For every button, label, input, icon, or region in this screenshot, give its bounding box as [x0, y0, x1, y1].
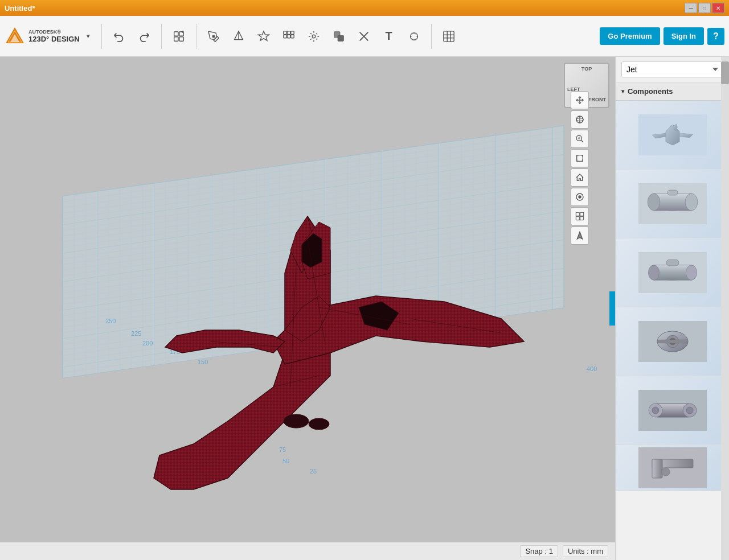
svg-rect-5	[174, 36, 178, 40]
pan-button[interactable]	[571, 91, 589, 109]
sketch-button[interactable]	[202, 25, 225, 48]
fit-button[interactable]	[571, 149, 589, 167]
svg-rect-24	[443, 31, 453, 41]
svg-rect-65	[654, 265, 691, 280]
svg-rect-41	[576, 212, 579, 216]
svg-rect-20	[338, 35, 343, 41]
svg-rect-62	[667, 190, 678, 195]
component-icon-engine-4	[638, 388, 707, 433]
header-right-buttons: Go Premium Sign In ?	[600, 27, 724, 45]
measure-button[interactable]	[403, 25, 425, 48]
view-controls	[571, 91, 589, 245]
undo-button[interactable]	[108, 25, 130, 48]
grid-label-150: 150	[198, 359, 208, 365]
separator-1	[101, 24, 102, 49]
svg-rect-3	[174, 31, 178, 35]
separator-4	[431, 24, 432, 49]
logo-dropdown-arrow[interactable]: ▼	[85, 33, 91, 39]
sign-in-button[interactable]: Sign In	[664, 27, 704, 45]
transform-button[interactable]	[302, 25, 325, 48]
text-icon: T	[386, 30, 392, 43]
component-thumb-engine-5	[616, 445, 729, 491]
panel-header: Jet	[616, 57, 729, 83]
window-title: Untitled*	[5, 4, 685, 13]
svg-rect-68	[666, 260, 679, 266]
close-button[interactable]: ✕	[712, 3, 724, 13]
svg-rect-6	[179, 36, 183, 40]
separator-2	[161, 24, 162, 49]
component-icon-jet	[638, 112, 707, 158]
zoom-button[interactable]	[571, 130, 589, 148]
units-value[interactable]: Units : mm	[563, 545, 608, 557]
snap-grid-button[interactable]	[437, 25, 460, 48]
separator-3	[196, 24, 196, 49]
component-item-engine-2[interactable]	[616, 238, 729, 307]
svg-point-9	[212, 35, 215, 38]
jet-exhaust-1	[284, 414, 309, 428]
svg-point-23	[410, 32, 417, 40]
svg-point-79	[686, 407, 693, 414]
svg-rect-16	[287, 35, 290, 38]
modify-button[interactable]	[252, 25, 275, 48]
right-panel: Jet ▾ Components	[615, 57, 729, 560]
components-section: ▾ Components	[616, 83, 729, 560]
grid-label-250: 250	[105, 318, 116, 324]
jet-exhaust-2	[309, 418, 329, 430]
display-mode-button[interactable]	[571, 207, 589, 225]
text-button[interactable]: T	[378, 25, 400, 48]
svg-point-66	[648, 265, 659, 280]
panel-expand-tab[interactable]	[609, 291, 615, 326]
help-button[interactable]: ?	[707, 28, 724, 45]
grid-label-200: 200	[142, 340, 153, 347]
grid-label-75: 75	[279, 446, 286, 453]
orbit-button[interactable]	[571, 110, 589, 129]
svg-point-18	[312, 35, 316, 38]
home-view-button[interactable]	[571, 168, 589, 187]
svg-point-83	[661, 468, 669, 476]
title-bar: Untitled* ─ □ ✕	[0, 0, 729, 16]
components-header[interactable]: ▾ Components	[616, 83, 729, 101]
new-shape-button[interactable]	[167, 25, 190, 48]
grid-label-400: 400	[587, 365, 597, 372]
logo-area: AUTODESK® 123D° DESIGN ▼	[5, 26, 91, 47]
combine-button[interactable]	[327, 25, 350, 48]
component-thumb-jet	[616, 101, 729, 169]
scroll-thumb[interactable]	[721, 61, 729, 84]
component-item-engine-1[interactable]	[616, 170, 729, 238]
svg-rect-82	[652, 459, 662, 478]
svg-rect-4	[179, 31, 183, 35]
component-item-engine-3[interactable]	[616, 307, 729, 376]
component-item-engine-5[interactable]	[616, 445, 729, 491]
product-label: 123D° DESIGN	[28, 35, 80, 43]
svg-marker-45	[577, 232, 582, 239]
component-item-jet[interactable]	[616, 101, 729, 170]
svg-point-40	[579, 196, 581, 198]
snap-value[interactable]: Snap : 1	[520, 545, 558, 557]
render-button[interactable]	[571, 227, 589, 245]
viewport[interactable]: TOP LEFT FRONT	[0, 57, 615, 560]
go-premium-button[interactable]: Go Premium	[600, 27, 660, 45]
delete-button[interactable]	[353, 25, 375, 48]
svg-rect-12	[283, 31, 286, 34]
components-label: Components	[628, 87, 673, 96]
svg-rect-13	[287, 31, 290, 34]
perspective-button[interactable]	[571, 188, 589, 206]
svg-rect-15	[283, 35, 286, 38]
maximize-button[interactable]: □	[698, 3, 711, 13]
pattern-button[interactable]	[277, 25, 300, 48]
component-thumb-engine-2	[616, 238, 729, 307]
svg-rect-43	[576, 217, 579, 220]
construct-button[interactable]	[227, 25, 250, 48]
components-chevron-icon: ▾	[621, 88, 624, 94]
minimize-button[interactable]: ─	[685, 3, 697, 13]
toolbar: AUTODESK® 123D° DESIGN ▼	[0, 16, 729, 57]
scrollbar[interactable]	[721, 57, 729, 560]
status-bar: Snap : 1 Units : mm	[0, 542, 615, 560]
scene-dropdown[interactable]: Jet	[621, 61, 723, 77]
component-item-engine-4[interactable]	[616, 376, 729, 445]
component-icon-engine-1	[638, 181, 707, 227]
redo-button[interactable]	[133, 25, 155, 48]
svg-rect-38	[577, 155, 583, 162]
component-thumb-engine-4	[616, 376, 729, 444]
component-icon-engine-2	[638, 250, 707, 295]
